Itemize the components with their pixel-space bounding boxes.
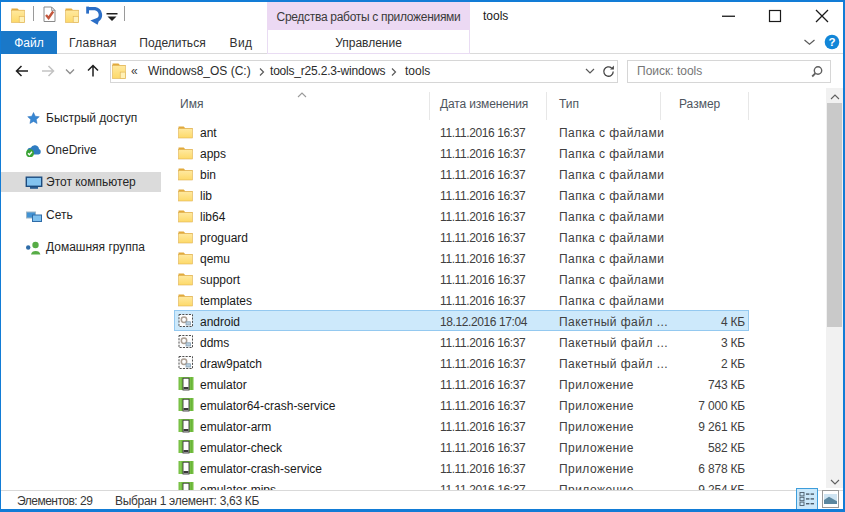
svg-text:?: ?	[828, 36, 835, 48]
